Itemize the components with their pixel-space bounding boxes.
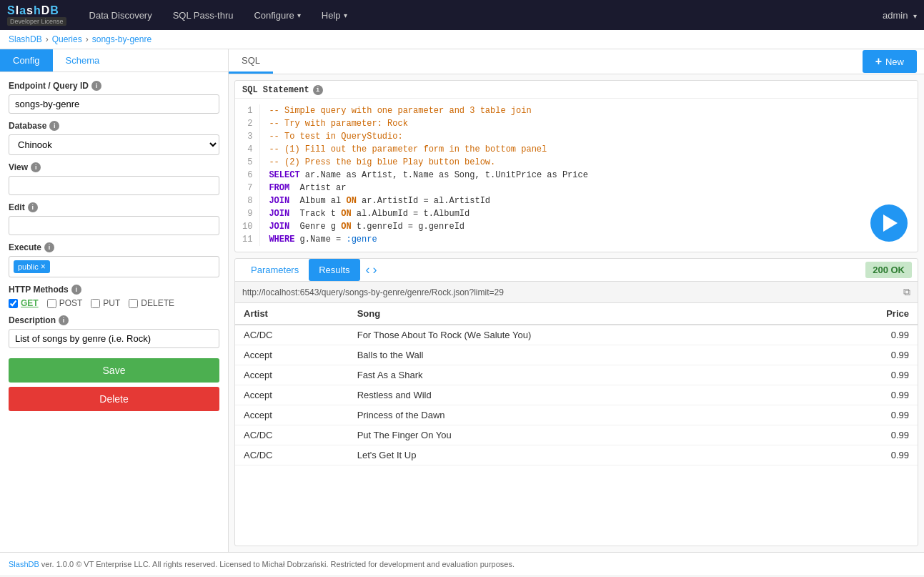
http-methods-info-icon[interactable]: i [71, 285, 81, 295]
tag-close-icon[interactable]: × [41, 262, 46, 272]
cell-price: 0.99 [820, 365, 918, 385]
breadcrumb-sep-1: › [46, 34, 49, 44]
table-row: Accept Restless and Wild 0.99 [235, 385, 918, 405]
cell-artist: Accept [235, 405, 349, 425]
code-line-5: -- (2) Press the big blue Play button be… [269, 156, 909, 169]
method-put: PUT [91, 298, 120, 308]
method-post-checkbox[interactable] [47, 299, 56, 308]
sql-statement-label: SQL Statement [242, 85, 309, 95]
http-methods-group: GET POST PUT DELETE [9, 298, 219, 308]
method-delete-checkbox[interactable] [129, 299, 138, 308]
database-select[interactable]: Chinook [9, 134, 219, 155]
code-line-3: -- To test in QueryStudio: [269, 130, 909, 143]
nav-item-data-discovery[interactable]: Data Discovery [81, 0, 161, 30]
edit-info-icon[interactable]: i [28, 202, 38, 212]
cell-artist: AC/DC [235, 445, 349, 465]
tab-config[interactable]: Config [0, 49, 53, 71]
nav-items: Data Discovery SQL Pass-thru Configure ▾… [81, 0, 883, 30]
footer-text: SlashDB ver. 1.0.0 © VT Enterprise LLC. … [9, 560, 515, 568]
execute-info-icon[interactable]: i [44, 242, 54, 252]
database-label: Database i [9, 121, 219, 131]
footer-text-content: ver. 1.0.0 © VT Enterprise LLC. All righ… [41, 560, 515, 568]
breadcrumb-sep-2: › [86, 34, 89, 44]
view-input[interactable] [9, 176, 219, 195]
cell-artist: AC/DC [235, 325, 349, 345]
cell-song: Restless and Wild [349, 385, 820, 405]
method-get-checkbox[interactable] [9, 299, 18, 308]
play-button[interactable] [870, 204, 908, 242]
top-nav: SlashDB Developer License Data Discovery… [0, 0, 924, 30]
code-line-9: JOIN Track t ON al.AlbumId = t.AlbumId [269, 207, 909, 220]
prev-arrow-icon[interactable]: ‹ [366, 262, 370, 277]
left-content: Endpoint / Query ID i Database i Chinook… [0, 72, 228, 552]
nav-item-help[interactable]: Help ▾ [313, 0, 356, 30]
endpoint-label: Endpoint / Query ID i [9, 81, 219, 91]
status-badge: 200 OK [865, 262, 912, 278]
cell-artist: AC/DC [235, 425, 349, 445]
method-get-label[interactable]: GET [21, 298, 39, 308]
cell-artist: Accept [235, 385, 349, 405]
breadcrumb-current: songs-by-genre [92, 34, 151, 44]
tab-sql[interactable]: SQL [229, 49, 273, 74]
configure-arrow-icon: ▾ [297, 11, 301, 19]
cell-song: Put The Finger On You [349, 425, 820, 445]
play-icon [883, 214, 898, 232]
new-button[interactable]: + New [863, 50, 917, 73]
code-line-2: -- Try with parameter: Rock [269, 117, 909, 130]
method-put-label: PUT [103, 298, 120, 308]
code-line-7: FROM Artist ar [269, 182, 909, 194]
dev-license-label: Developer License [7, 17, 66, 26]
next-arrow-icon[interactable]: › [373, 262, 377, 277]
cell-artist: Accept [235, 345, 349, 365]
cell-song: Let's Get It Up [349, 445, 820, 465]
execute-tag-input[interactable]: public × [9, 256, 219, 277]
cell-song: Princess of the Dawn [349, 405, 820, 425]
database-info-icon[interactable]: i [49, 121, 59, 131]
nav-item-configure[interactable]: Configure ▾ [245, 0, 309, 30]
tab-schema[interactable]: Schema [53, 49, 113, 71]
edit-input[interactable] [9, 216, 219, 235]
cell-price: 0.99 [820, 425, 918, 445]
tab-results[interactable]: Results [309, 259, 359, 281]
nav-item-sql-pass-thru[interactable]: SQL Pass-thru [164, 0, 242, 30]
url-bar: http://localhost:6543/query/songs-by-gen… [235, 282, 918, 303]
method-put-checkbox[interactable] [91, 299, 100, 308]
save-button[interactable]: Save [9, 358, 219, 383]
view-info-icon[interactable]: i [31, 162, 41, 172]
bottom-tabs: Parameters Results ‹ › 200 OK [235, 259, 918, 282]
code-content[interactable]: -- Simple query with one parameter and 3… [260, 104, 918, 246]
tab-parameters[interactable]: Parameters [241, 259, 309, 281]
endpoint-info-icon[interactable]: i [91, 81, 101, 91]
plus-icon: + [875, 55, 882, 68]
table-header-row: Artist Song Price [235, 303, 918, 325]
help-arrow-icon: ▾ [344, 11, 347, 19]
table-row: Accept Balls to the Wall 0.99 [235, 345, 918, 365]
view-label: View i [9, 162, 219, 172]
cell-price: 0.99 [820, 445, 918, 465]
copy-icon[interactable]: ⧉ [903, 286, 910, 298]
footer: SlashDB ver. 1.0.0 © VT Enterprise LLC. … [0, 552, 924, 575]
code-line-1: -- Simple query with one parameter and 3… [269, 104, 909, 117]
execute-label: Execute i [9, 242, 219, 252]
cell-artist: Accept [235, 365, 349, 385]
table-row: AC/DC Let's Get It Up 0.99 [235, 445, 918, 465]
edit-label: Edit i [9, 202, 219, 212]
main-layout: Config Schema Endpoint / Query ID i Data… [0, 49, 924, 552]
footer-slashdb-link[interactable]: SlashDB [9, 560, 39, 568]
description-input[interactable] [9, 329, 219, 348]
cell-song: Fast As a Shark [349, 365, 820, 385]
right-header: SQL + New [229, 49, 924, 74]
delete-button[interactable]: Delete [9, 387, 219, 411]
description-info-icon[interactable]: i [59, 315, 69, 325]
result-url: http://localhost:6543/query/songs-by-gen… [242, 287, 504, 297]
bottom-section: Parameters Results ‹ › 200 OK http://loc… [234, 258, 918, 546]
breadcrumb-slashdb[interactable]: SlashDB [9, 34, 42, 44]
sql-editor: SQL Statement i 12345 67891011 -- Simple… [234, 80, 918, 252]
breadcrumb-queries[interactable]: Queries [52, 34, 82, 44]
line-numbers: 12345 67891011 [235, 104, 260, 246]
user-menu[interactable]: admin ▾ [883, 10, 917, 21]
table-row: AC/DC For Those About To Rock (We Salute… [235, 325, 918, 345]
sql-statement-info-icon[interactable]: i [313, 85, 323, 95]
endpoint-input[interactable] [9, 94, 219, 114]
method-get: GET [9, 298, 39, 308]
